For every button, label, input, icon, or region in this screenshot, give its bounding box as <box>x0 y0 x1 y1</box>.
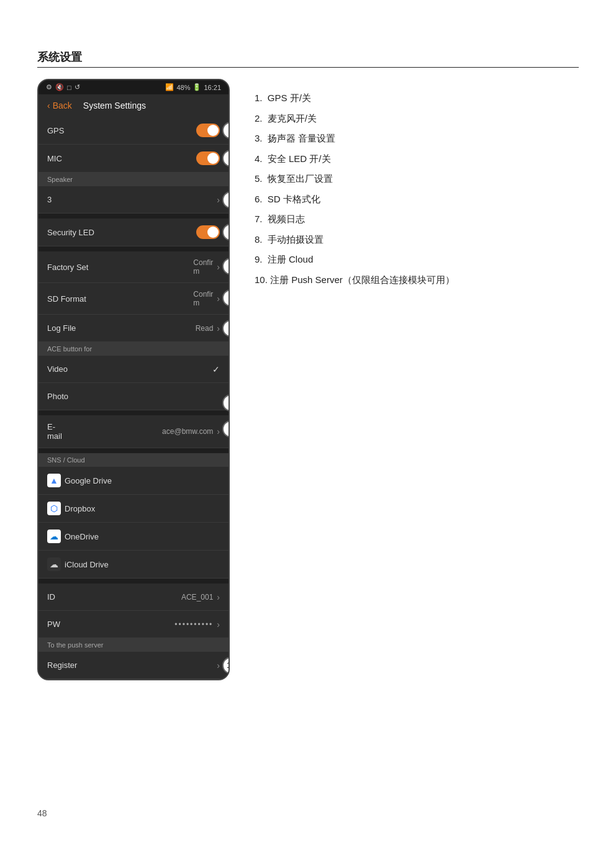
gps-row-wrapper: GPS 1 <box>38 117 229 145</box>
gps-right <box>196 124 220 137</box>
factory-set-item[interactable]: Factory Set Confirm › <box>38 251 229 283</box>
security-led-item[interactable]: Security LED <box>38 219 229 246</box>
page-title: 系统设置 <box>37 50 579 68</box>
phone-mockup: ⚙ 🔇 □ ↺ 📶 48% 🔋 16:21 ‹ <box>37 79 230 680</box>
id-chevron-icon: › <box>217 592 220 602</box>
id-value: ACE_001 <box>181 593 213 602</box>
pw-chevron-icon: › <box>217 620 220 629</box>
icloud-item[interactable]: ☁ iCloud Drive <box>38 551 229 579</box>
divider-5 <box>38 579 229 584</box>
google-drive-icon: ▲ <box>47 474 61 487</box>
video-label: Video <box>47 364 68 374</box>
status-bar-right: 📶 48% 🔋 16:21 <box>165 83 221 91</box>
annotations-list: 1. GPS 开/关 2. 麦克风开/关 3. 扬声器 音量设置 4. 安全 L… <box>255 79 579 293</box>
icloud-label: iCloud Drive <box>65 560 109 569</box>
divider-3 <box>38 410 229 415</box>
page-number: 48 <box>37 808 47 818</box>
back-label[interactable]: Back <box>53 101 72 110</box>
annotation-item-1: 1. GPS 开/关 <box>255 91 579 106</box>
gear-status-icon: ⚙ <box>46 83 52 91</box>
id-item[interactable]: ID ACE_001 › <box>38 584 229 611</box>
log-file-item[interactable]: Log File Read › <box>38 315 229 342</box>
video-row-wrapper: Video ✓ <box>38 356 229 383</box>
dropbox-icon: ⬡ <box>47 502 61 515</box>
email-row-wrapper: E-mail ace@bmw.com › 9 <box>38 415 229 448</box>
security-led-toggle[interactable] <box>196 225 220 239</box>
sync-icon: ↺ <box>75 83 80 91</box>
factory-set-label: Factory Set <box>47 263 88 272</box>
mic-row-wrapper: MIC 2 <box>38 145 229 173</box>
speaker-label: 3 <box>47 195 52 204</box>
signal-strength: 48% <box>176 84 190 91</box>
mic-toggle[interactable] <box>196 151 220 165</box>
divider-2 <box>38 246 229 251</box>
pw-item[interactable]: PW •••••••••• › <box>38 611 229 638</box>
gps-label: GPS <box>47 126 64 135</box>
email-item[interactable]: E-mail ace@bmw.com › <box>38 415 229 448</box>
settings-list: GPS 1 MIC <box>38 117 229 679</box>
photo-row-wrapper: Photo 8 <box>38 383 229 410</box>
gps-item[interactable]: GPS <box>38 117 229 145</box>
factory-set-row-wrapper: Factory Set Confirm › 5 <box>38 251 229 283</box>
register-item[interactable]: Register › <box>38 652 229 679</box>
photo-item[interactable]: Photo <box>38 383 229 410</box>
factory-set-right: Confirm › <box>193 258 220 276</box>
video-item[interactable]: Video ✓ <box>38 356 229 383</box>
icloud-content: ☁ iCloud Drive <box>47 557 109 571</box>
speaker-chevron-icon: › <box>217 195 220 205</box>
speaker-item[interactable]: 3 › <box>38 186 229 214</box>
sd-format-value: Confirm <box>193 290 213 307</box>
annotation-item-8: 8. 手动拍摄设置 <box>255 233 579 247</box>
push-server-header: To the push server <box>38 638 229 652</box>
icloud-icon: ☁ <box>47 557 61 571</box>
battery-icon: 🔋 <box>192 83 201 91</box>
mic-item[interactable]: MIC <box>38 145 229 173</box>
security-led-toggle-knob <box>207 227 219 238</box>
pw-right: •••••••••• › <box>174 620 220 629</box>
id-right: ACE_001 › <box>181 592 220 602</box>
email-label: E-mail <box>47 422 62 441</box>
log-file-chevron-icon: › <box>217 323 220 333</box>
gps-toggle[interactable] <box>196 124 220 137</box>
onedrive-item[interactable]: ☁ OneDrive <box>38 523 229 551</box>
security-led-right <box>196 225 220 239</box>
onedrive-icon: ☁ <box>47 530 61 543</box>
security-led-row-wrapper: Security LED 4 <box>38 219 229 246</box>
mic-toggle-knob <box>207 153 219 164</box>
divider-4 <box>38 448 229 453</box>
log-file-right: Read › <box>196 323 220 333</box>
register-right: › <box>217 660 220 670</box>
photo-label: Photo <box>47 392 68 401</box>
sd-format-row-wrapper: SD Format Confirm › 6 <box>38 283 229 315</box>
status-bar-left: ⚙ 🔇 □ ↺ <box>46 83 80 91</box>
mic-label: MIC <box>47 154 62 163</box>
id-label: ID <box>47 592 55 602</box>
annotation-item-5: 5. 恢复至出厂设置 <box>255 172 579 186</box>
register-chevron-icon: › <box>217 660 220 670</box>
speaker-right: › <box>217 195 220 205</box>
back-button[interactable]: ‹ Back <box>47 101 72 110</box>
nav-title: System Settings <box>83 101 146 110</box>
video-right: ✓ <box>212 364 220 374</box>
annotation-item-3: 3. 扬声器 音量设置 <box>255 132 579 146</box>
google-drive-item[interactable]: ▲ Google Drive <box>38 467 229 495</box>
ace-header: ACE button for <box>38 342 229 356</box>
back-chevron-icon: ‹ <box>47 101 50 110</box>
mute-icon: 🔇 <box>55 83 64 91</box>
log-file-label: Log File <box>47 323 76 333</box>
annotation-item-4: 4. 安全 LED 开/关 <box>255 152 579 166</box>
annotation-item-7: 7. 视频日志 <box>255 212 579 227</box>
divider-1 <box>38 214 229 219</box>
time-display: 16:21 <box>204 84 221 91</box>
email-right: ace@bmw.com › <box>162 426 220 436</box>
register-label: Register <box>47 660 77 670</box>
dropbox-item[interactable]: ⬡ Dropbox <box>38 495 229 523</box>
dropbox-content: ⬡ Dropbox <box>47 502 95 515</box>
google-drive-label: Google Drive <box>65 476 112 485</box>
onedrive-label: OneDrive <box>65 532 99 541</box>
sd-format-item[interactable]: SD Format Confirm › <box>38 283 229 315</box>
onedrive-content: ☁ OneDrive <box>47 530 99 543</box>
sd-format-chevron-icon: › <box>217 294 220 304</box>
annotation-item-9: 9. 注册 Cloud <box>255 253 579 267</box>
log-file-value: Read <box>196 324 214 333</box>
